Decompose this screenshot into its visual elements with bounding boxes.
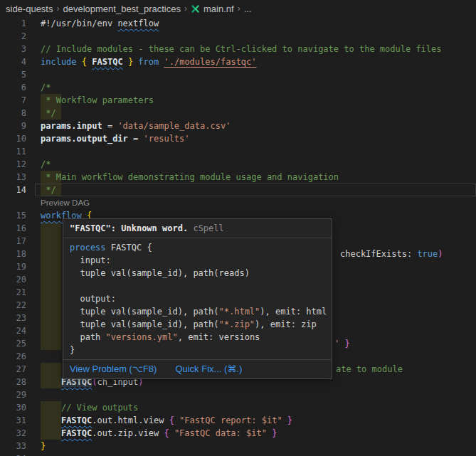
line-number: 2 xyxy=(0,30,33,43)
code-line-32[interactable]: FASTQC.out.zip.view { "FastQC data: $it"… xyxy=(41,427,476,440)
code-line-6[interactable]: /* xyxy=(41,81,476,94)
code-line-10[interactable]: params.output_dir = 'results' xyxy=(41,132,476,145)
code-line-9[interactable]: params.input = 'data/sample_data.csv' xyxy=(41,120,476,132)
breadcrumb-item-symbol[interactable]: ... xyxy=(244,4,252,14)
code-fragment: ate to module xyxy=(336,364,403,374)
line-number: 10 xyxy=(0,132,33,145)
code-token: params.output_dir xyxy=(41,134,128,144)
line-number: 13 xyxy=(0,171,33,184)
code-token: // View outputs xyxy=(61,403,138,413)
editor-line-row: 10params.output_dir = 'results' xyxy=(0,132,476,145)
code-token xyxy=(41,377,61,387)
hover-code-preview: process FASTQC { input: tuple val(sample… xyxy=(63,238,332,359)
code-token: output: xyxy=(70,294,116,304)
code-line-31[interactable]: FASTQC.out.html.view { "FastQC report: $… xyxy=(41,414,476,427)
hover-code-line: tuple val(sample_id), path(reads) xyxy=(70,267,325,280)
code-line-4[interactable]: include { FASTQC } from './modules/fastq… xyxy=(41,55,476,68)
breadcrumb-item-side-quests[interactable]: side-quests xyxy=(6,4,53,14)
code-token: ), emit: zip xyxy=(255,319,317,329)
editor-line-row: 1#!/usr/bin/env nextflow xyxy=(0,17,476,30)
editor-line-row: 9params.input = 'data/sample_data.csv' xyxy=(0,120,476,132)
line-number: 30 xyxy=(0,401,33,414)
line-number: 31 xyxy=(0,414,33,427)
editor-line-row: 8 */ xyxy=(0,107,476,120)
code-token: ) xyxy=(438,249,443,259)
line-number: 32 xyxy=(0,427,33,440)
line-number: 26 xyxy=(0,350,33,363)
diagnostic-text: "FASTQC": Unknown word. xyxy=(70,223,188,233)
code-token: = xyxy=(102,121,118,131)
code-token: tuple val(sample_id), path( xyxy=(70,307,219,317)
code-token: { xyxy=(82,57,87,67)
code-fragment: checkIfExists: true) xyxy=(340,249,443,259)
breadcrumb-item-main.nf[interactable]: main.nf xyxy=(191,4,234,14)
code-line-2[interactable] xyxy=(41,30,476,43)
code-token: 'results' xyxy=(144,134,190,144)
hover-diagnostic-message: "FASTQC": Unknown word. cSpell xyxy=(63,219,332,238)
view-problem-link[interactable]: View Problem (⌥F8) xyxy=(70,364,157,374)
code-line-30[interactable]: // View outputs xyxy=(41,401,476,414)
hover-code-line: path "versions.yml", emit: versions xyxy=(70,331,325,344)
line-number: 3 xyxy=(0,43,33,55)
code-token: "FastQC report: $it" xyxy=(179,415,282,425)
line-number: 5 xyxy=(0,68,33,81)
line-number: 8 xyxy=(0,107,33,120)
code-fragment: ' } xyxy=(334,339,350,349)
editor-line-row: 32 FASTQC.out.zip.view { "FastQC data: $… xyxy=(0,427,476,440)
code-line-34[interactable] xyxy=(41,452,476,456)
code-line-13[interactable]: * Main workflow demonstrating module usa… xyxy=(41,171,476,184)
line-number: 14 xyxy=(0,184,33,196)
code-line-14[interactable]: */ xyxy=(41,184,476,196)
editor-line-row: 5 xyxy=(0,68,476,81)
line-number: 18 xyxy=(0,248,33,260)
code-token: { xyxy=(169,415,174,425)
line-number: 12 xyxy=(0,158,33,171)
code-token: ate to module xyxy=(336,364,403,374)
editor-line-row: 6/* xyxy=(0,81,476,94)
quick-fix-link[interactable]: Quick Fix... (⌘.) xyxy=(175,364,242,374)
code-token: * Main workflow demonstrating module usa… xyxy=(41,172,339,182)
breadcrumb: side-quests›development_best_practices›m… xyxy=(0,0,476,17)
editor-line-row: 30 // View outputs xyxy=(0,401,476,414)
code-token: from xyxy=(138,57,159,67)
line-number: 11 xyxy=(0,145,33,158)
hover-code-line: } xyxy=(70,344,325,356)
code-line-8[interactable]: */ xyxy=(41,107,476,120)
code-line-3[interactable]: // Include modules - these can be Ctrl-c… xyxy=(41,43,476,55)
code-token xyxy=(169,428,174,438)
code-token: "*.html" xyxy=(219,307,260,317)
codelens-preview-dag[interactable]: Preview DAG xyxy=(41,196,90,209)
code-token: nextflow xyxy=(117,18,159,28)
code-token: , emit: versions xyxy=(178,332,260,342)
code-line-12[interactable]: /* xyxy=(41,158,476,171)
editor-line-row: 14 */ xyxy=(0,184,476,196)
hover-code-line: tuple val(sample_id), path("*.zip"), emi… xyxy=(70,318,325,331)
breadcrumb-label: development_best_practices xyxy=(63,4,181,14)
editor-line-row: 31 FASTQC.out.html.view { "FastQC report… xyxy=(0,414,476,427)
editor-line-row: 4include { FASTQC } from './modules/fast… xyxy=(0,55,476,68)
line-number: 22 xyxy=(0,299,33,312)
line-number: 1 xyxy=(0,17,33,30)
code-line-5[interactable] xyxy=(41,68,476,81)
code-token: /* xyxy=(41,83,51,92)
code-token: * Workflow parameters xyxy=(41,95,154,105)
editor-line-row: 11 xyxy=(0,145,476,158)
code-token: './modules/ xyxy=(164,57,220,67)
line-number: 25 xyxy=(0,337,33,350)
code-line-1[interactable]: #!/usr/bin/env nextflow xyxy=(41,17,476,30)
code-line-7[interactable]: * Workflow parameters xyxy=(41,94,476,107)
line-number: 15 xyxy=(0,209,33,222)
code-line-11[interactable] xyxy=(41,145,476,158)
code-token: } xyxy=(287,415,292,425)
code-token: checkIfExists: xyxy=(340,249,417,259)
editor-line-row: 3// Include modules - these can be Ctrl-… xyxy=(0,43,476,55)
editor-line-row: 29 xyxy=(0,388,476,401)
breadcrumb-label: side-quests xyxy=(6,4,53,14)
breadcrumb-item-development_best_practices[interactable]: development_best_practices xyxy=(63,4,181,14)
code-token: "versions.yml" xyxy=(106,332,178,342)
editor-line-row: 12/* xyxy=(0,158,476,171)
code-token: fastqc xyxy=(221,57,251,68)
code-line-33[interactable]: } xyxy=(41,440,476,452)
line-number: 34 xyxy=(0,452,33,456)
code-line-29[interactable] xyxy=(41,388,476,401)
